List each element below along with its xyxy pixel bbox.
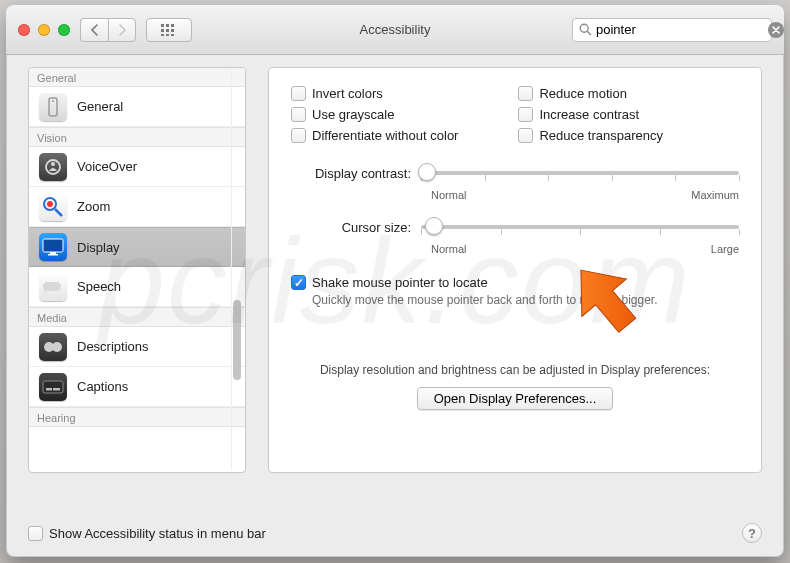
svg-rect-2 xyxy=(171,24,174,27)
captions-icon xyxy=(42,380,64,394)
svg-rect-7 xyxy=(166,34,169,36)
checkbox-increase-contrast[interactable]: Increase contrast xyxy=(518,107,663,122)
checkbox-label: Shake mouse pointer to locate xyxy=(312,275,488,290)
cursor-label: Cursor size: xyxy=(291,220,421,235)
cursor-slider-row: Cursor size: xyxy=(291,215,739,239)
checkbox-use-grayscale[interactable]: Use grayscale xyxy=(291,107,458,122)
svg-point-23 xyxy=(52,342,62,352)
speech-icon xyxy=(42,279,64,295)
svg-point-14 xyxy=(51,162,55,166)
checkbox-label: Use grayscale xyxy=(312,107,394,122)
checkbox-label: Show Accessibility status in menu bar xyxy=(49,526,266,541)
sidebar-item-label: Descriptions xyxy=(77,339,149,354)
display-icon xyxy=(42,238,64,256)
forward-button[interactable] xyxy=(108,18,136,42)
sidebar-item-label: General xyxy=(77,99,123,114)
sidebar-section-header: Media xyxy=(29,307,245,327)
clear-search-button[interactable] xyxy=(768,22,784,38)
checkbox-label: Reduce transparency xyxy=(539,128,663,143)
shake-subtitle: Quickly move the mouse pointer back and … xyxy=(312,293,739,307)
show-all-button[interactable] xyxy=(146,18,192,42)
sidebar-item-general[interactable]: General xyxy=(29,87,245,127)
window: Accessibility General General Vision xyxy=(6,5,784,557)
cursor-size-slider[interactable] xyxy=(421,215,739,239)
checkbox-status-menu-bar[interactable]: Show Accessibility status in menu bar xyxy=(28,526,266,541)
svg-rect-20 xyxy=(48,254,58,256)
svg-rect-0 xyxy=(161,24,164,27)
checkbox-box xyxy=(291,275,306,290)
svg-point-12 xyxy=(52,100,54,102)
svg-rect-25 xyxy=(46,388,52,391)
sidebar-item-captions[interactable]: Captions xyxy=(29,367,245,407)
search-field-wrapper[interactable] xyxy=(572,18,772,42)
checkbox-invert-colors[interactable]: Invert colors xyxy=(291,86,458,101)
display-resolution-note: Display resolution and brightness can be… xyxy=(291,363,739,377)
titlebar: Accessibility xyxy=(6,5,784,55)
sidebar-item-label: Display xyxy=(77,240,120,255)
slider-min-label: Normal xyxy=(431,189,466,201)
chevron-right-icon xyxy=(117,24,127,36)
search-icon xyxy=(579,23,592,36)
svg-rect-26 xyxy=(53,388,60,391)
search-input[interactable] xyxy=(596,22,764,37)
grid-icon xyxy=(161,24,177,36)
svg-rect-6 xyxy=(161,34,164,36)
sidebar-section-header: Hearing xyxy=(29,407,245,427)
voiceover-icon xyxy=(43,157,63,177)
sidebar-item-zoom[interactable]: Zoom xyxy=(29,187,245,227)
svg-rect-19 xyxy=(50,252,56,254)
sidebar-item-label: Speech xyxy=(77,279,121,294)
svg-rect-8 xyxy=(171,34,174,36)
back-button[interactable] xyxy=(80,18,108,42)
sidebar-item-display[interactable]: Display xyxy=(29,227,245,267)
svg-rect-4 xyxy=(166,29,169,32)
contrast-slider[interactable] xyxy=(421,161,739,185)
general-icon xyxy=(45,97,61,117)
contrast-slider-row: Display contrast: xyxy=(291,161,739,185)
svg-point-17 xyxy=(47,201,53,207)
sidebar-scroll[interactable]: General General Vision VoiceOver Zoom xyxy=(29,68,245,472)
zoom-window-button[interactable] xyxy=(58,24,70,36)
descriptions-icon xyxy=(42,340,64,354)
scrollbar-thumb[interactable] xyxy=(233,300,241,380)
svg-rect-3 xyxy=(161,29,164,32)
contrast-slider-marks: Normal Maximum xyxy=(431,189,739,201)
slider-min-label: Normal xyxy=(431,243,466,255)
open-display-preferences-button[interactable]: Open Display Preferences... xyxy=(417,387,614,410)
sidebar-item-voiceover[interactable]: VoiceOver xyxy=(29,147,245,187)
bottom-bar: Show Accessibility status in menu bar ? xyxy=(28,523,762,543)
checkbox-grid: Invert colors Use grayscale Differentiat… xyxy=(291,86,739,143)
help-button[interactable]: ? xyxy=(742,523,762,543)
close-window-button[interactable] xyxy=(18,24,30,36)
svg-rect-21 xyxy=(43,282,61,291)
checkbox-reduce-transparency[interactable]: Reduce transparency xyxy=(518,128,663,143)
checkbox-reduce-motion[interactable]: Reduce motion xyxy=(518,86,663,101)
svg-rect-5 xyxy=(171,29,174,32)
svg-rect-18 xyxy=(43,239,63,252)
checkbox-label: Increase contrast xyxy=(539,107,639,122)
sidebar-item-speech[interactable]: Speech xyxy=(29,267,245,307)
checkbox-label: Invert colors xyxy=(312,86,383,101)
settings-panel: Invert colors Use grayscale Differentiat… xyxy=(268,67,762,473)
zoom-icon xyxy=(42,196,64,218)
slider-max-label: Large xyxy=(711,243,739,255)
checkbox-shake-pointer[interactable]: Shake mouse pointer to locate xyxy=(291,275,739,290)
minimize-window-button[interactable] xyxy=(38,24,50,36)
nav-back-forward xyxy=(80,18,136,42)
sidebar-item-label: Captions xyxy=(77,379,128,394)
svg-point-9 xyxy=(580,24,588,32)
svg-rect-24 xyxy=(43,381,63,393)
traffic-lights xyxy=(18,24,70,36)
checkbox-label: Differentiate without color xyxy=(312,128,458,143)
sidebar-item-label: Zoom xyxy=(77,199,110,214)
checkbox-label: Reduce motion xyxy=(539,86,626,101)
sidebar-item-label: VoiceOver xyxy=(77,159,137,174)
sidebar-section-header: General xyxy=(29,68,245,87)
x-icon xyxy=(772,26,780,34)
contrast-label: Display contrast: xyxy=(291,166,421,181)
checkbox-differentiate-color[interactable]: Differentiate without color xyxy=(291,128,458,143)
sidebar-scrollbar[interactable] xyxy=(231,70,243,470)
sidebar: General General Vision VoiceOver Zoom xyxy=(28,67,246,473)
slider-max-label: Maximum xyxy=(691,189,739,201)
sidebar-item-descriptions[interactable]: Descriptions xyxy=(29,327,245,367)
